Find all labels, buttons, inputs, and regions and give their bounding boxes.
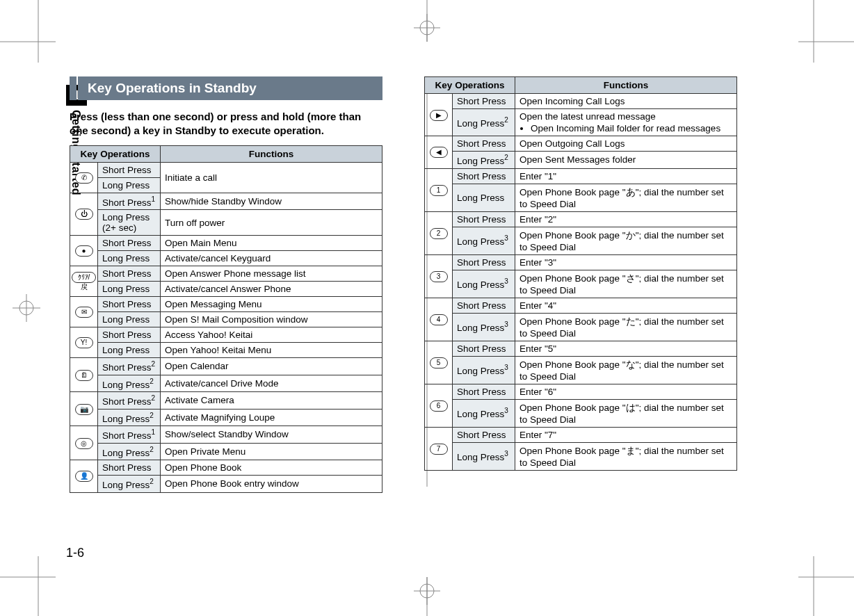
table-row: Long Press3Open Phone Book page "た"; dia… xyxy=(425,313,737,341)
operation-label: Long Press xyxy=(98,177,161,193)
table-row: Long Press3Open Phone Book page "な"; dia… xyxy=(425,356,737,384)
table-row: ◀Short PressOpen Outgoing Call Logs xyxy=(425,136,737,152)
call-icon-glyph: ✆ xyxy=(75,172,93,184)
key-6-icon-glyph: 6 xyxy=(430,400,448,412)
function-desc: Activate Magnifying Loupe xyxy=(161,409,382,426)
key-operations-table-left: Key Operations Functions ✆Short PressIni… xyxy=(70,145,382,493)
function-desc: Open Phone Book page "さ"; dial the numbe… xyxy=(515,270,737,298)
page-number: 1-6 xyxy=(66,546,84,560)
header-functions: Functions xyxy=(161,145,382,162)
key-7-icon-glyph: 7 xyxy=(430,444,448,455)
key-operations-table-right: Key Operations Functions ▶Short PressOpe… xyxy=(424,76,737,471)
header-keyops: Key Operations xyxy=(425,77,515,94)
table-row: ⏻Short Press1Show/hide Standby Window xyxy=(70,193,382,210)
operation-label: Short Press1 xyxy=(98,426,161,444)
call-icon: ✆ xyxy=(70,162,98,193)
footnote-ref: 3 xyxy=(504,234,508,242)
table-row: Long Press3Open Phone Book page "か"; dia… xyxy=(425,227,737,254)
function-bullets: Open Incoming Mail folder for read messa… xyxy=(519,123,732,133)
table-row: 7Short PressEnter "7" xyxy=(425,427,737,442)
left-arrow-icon: ◀ xyxy=(425,136,453,169)
table-row: ▶Short PressOpen Incoming Call Logs xyxy=(425,94,737,109)
section-intro: Press (less than one second) or press an… xyxy=(70,110,382,138)
function-desc: Open Calendar xyxy=(161,358,382,375)
operation-label: Short Press2 xyxy=(98,358,161,375)
clear-icon-glyph: ｸﾘｱ/戻 xyxy=(72,272,96,283)
footnote-ref: 3 xyxy=(504,321,508,328)
operation-label: Short Press xyxy=(98,236,161,251)
table-row: Long PressOpen Yahoo! Keitai Menu xyxy=(70,343,382,358)
key-4-icon-glyph: 4 xyxy=(430,314,448,325)
table-row: 6Short PressEnter "6" xyxy=(425,384,737,399)
function-desc: Open Phone Book xyxy=(161,460,382,476)
left-arrow-icon-glyph: ◀ xyxy=(430,147,448,158)
calendar-icon: 🗓 xyxy=(70,358,98,392)
operation-label: Short Press xyxy=(453,94,515,109)
table-row: Long Press2Open Phone Book entry window xyxy=(70,476,382,493)
mail-icon-glyph: ✉ xyxy=(75,307,93,318)
footnote-ref: 2 xyxy=(150,478,154,485)
function-desc: Activate Camera xyxy=(161,392,382,410)
key-1-icon: 1 xyxy=(425,168,453,211)
function-desc: Activate/cancel Drive Mode xyxy=(161,375,382,392)
function-desc: Enter "4" xyxy=(515,298,737,313)
operation-label: Short Press xyxy=(453,341,515,356)
operation-label: Short Press xyxy=(98,297,161,312)
operation-label: Short Press xyxy=(453,384,515,399)
function-desc: Open Phone Book page "か"; dial the numbe… xyxy=(515,227,737,254)
function-desc: Enter "1" xyxy=(515,168,737,184)
footnote-ref: 2 xyxy=(150,378,154,385)
table-row: 2Short PressEnter "2" xyxy=(425,211,737,227)
function-desc: Open Phone Book page "ま"; dial the numbe… xyxy=(515,442,737,470)
phonebook-icon: 👤 xyxy=(70,460,98,493)
table-row: Long Press2Open Private Menu xyxy=(70,443,382,460)
function-desc: Enter "7" xyxy=(515,427,737,442)
table-row: Long PressOpen S! Mail Composition windo… xyxy=(70,312,382,327)
function-desc: Enter "3" xyxy=(515,254,737,270)
footnote-ref: 1 xyxy=(152,195,156,203)
operation-label: Long Press2 xyxy=(98,409,161,426)
footnote-ref: 2 xyxy=(152,394,156,402)
table-row: Long Press3Open Phone Book page "さ"; dia… xyxy=(425,270,737,298)
key-5-icon: 5 xyxy=(425,341,453,384)
table-row: Long PressActivate/cancel Keyguard xyxy=(70,251,382,266)
table-row: 1Short PressEnter "1" xyxy=(425,168,737,184)
function-desc: Enter "2" xyxy=(515,211,737,227)
footnote-ref: 2 xyxy=(152,360,156,368)
table-row: 📷Short Press2Activate Camera xyxy=(70,392,382,410)
function-desc: Open Phone Book page "は"; dial the numbe… xyxy=(515,399,737,427)
operation-label: Long Press (2+ sec) xyxy=(98,210,161,236)
function-desc: Open Main Menu xyxy=(161,236,382,251)
footnote-ref: 2 xyxy=(504,154,508,161)
table-row: 4Short PressEnter "4" xyxy=(425,298,737,313)
table-row: Long PressActivate/cancel Answer Phone xyxy=(70,282,382,297)
operation-label: Long Press3 xyxy=(453,442,515,470)
table-row: Long PressOpen Phone Book page "あ"; dial… xyxy=(425,184,737,211)
key-5-icon-glyph: 5 xyxy=(430,357,448,368)
operation-label: Long Press3 xyxy=(453,399,515,427)
camera-icon-glyph: 📷 xyxy=(75,404,93,415)
function-desc: Open Phone Book entry window xyxy=(161,476,382,493)
table-row: Long Press (2+ sec)Turn off power xyxy=(70,210,382,236)
end-icon: ⏻ xyxy=(70,193,98,236)
function-desc: Open Phone Book page "あ"; dial the numbe… xyxy=(515,184,737,211)
footnote-ref: 3 xyxy=(504,364,508,371)
operation-label: Short Press xyxy=(98,327,161,343)
center-icon: ● xyxy=(70,236,98,266)
key-6-icon: 6 xyxy=(425,384,453,427)
operation-label: Short Press xyxy=(453,136,515,152)
operation-label: Short Press1 xyxy=(98,193,161,210)
operation-label: Long Press xyxy=(98,251,161,266)
end-icon-glyph: ⏻ xyxy=(75,209,93,220)
operation-label: Long Press3 xyxy=(453,313,515,341)
table-row: ◎Short Press1Show/select Standby Window xyxy=(70,426,382,444)
operation-label: Short Press xyxy=(453,298,515,313)
footnote-ref: 1 xyxy=(152,428,156,436)
right-column: Key Operations Functions ▶Short PressOpe… xyxy=(424,76,737,493)
yahoo-icon: Y! xyxy=(70,327,98,358)
operation-label: Long Press3 xyxy=(453,356,515,384)
operation-label: Long Press xyxy=(98,282,161,297)
operation-label: Long Press2 xyxy=(98,443,161,460)
function-desc: Open Outgoing Call Logs xyxy=(515,136,737,152)
function-desc: Open Messaging Menu xyxy=(161,297,382,312)
